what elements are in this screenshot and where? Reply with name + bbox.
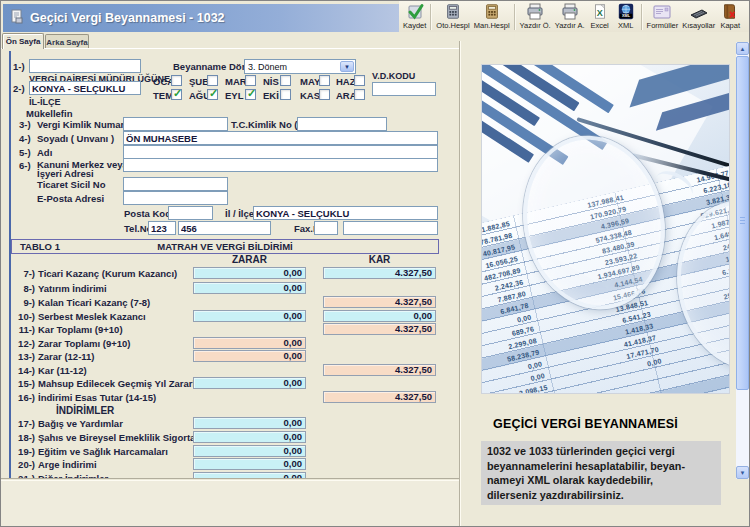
district-label: İl / İlçe: [225, 208, 254, 219]
table-row: 9-) Kalan Ticari Kazanç (7-8) 4.327,50: [1, 296, 457, 309]
deductions-section-title: İNDİRİMLER: [56, 405, 114, 416]
calculator-icon: [444, 3, 462, 20]
month-checkbox-mar[interactable]: [245, 75, 256, 86]
kar-value-field: 4.327,50: [323, 364, 436, 376]
zarar-value-field: 0,00: [193, 350, 306, 362]
tax-office-input[interactable]: [29, 59, 141, 73]
scrollbar-thumb[interactable]: [736, 56, 749, 390]
scroll-up-icon[interactable]: ▲: [736, 42, 749, 55]
deduction-value-field[interactable]: 0,00: [193, 472, 306, 479]
month-checkbox-oca[interactable]: [171, 75, 182, 86]
month-label: MAR: [225, 76, 247, 87]
xml-globe-icon: XML: [617, 3, 635, 20]
month-checkbox-haz[interactable]: [354, 75, 365, 86]
table-row: 21-) Diğer İndirimler 0,00: [1, 472, 457, 479]
close-button[interactable]: Kapat: [717, 2, 743, 32]
vertical-scrollbar[interactable]: ▲ ▼: [736, 42, 749, 479]
field-2-number: 2-): [13, 83, 25, 94]
table-row: 8-) Yatırım İndirimi 0,00: [1, 282, 457, 295]
address-input[interactable]: [123, 158, 438, 172]
deduction-value-field[interactable]: 0,00: [193, 431, 306, 443]
month-checkbox-sub[interactable]: [207, 75, 218, 86]
excel-icon: X: [591, 3, 609, 20]
month-checkbox-agu[interactable]: [207, 89, 218, 100]
phone-area-input[interactable]: [148, 221, 176, 235]
xml-export-button[interactable]: XML XML: [613, 2, 639, 32]
name-input[interactable]: [123, 145, 438, 159]
phone-number-input[interactable]: [178, 221, 271, 235]
deduction-value-field[interactable]: 0,00: [193, 458, 306, 470]
month-label: HAZ: [336, 76, 356, 87]
form-panel: 1-) VERGİ DAİRESİ MÜDÜRLÜĞÜNE 2-) İL-İLÇ…: [1, 48, 459, 479]
zarar-value-field[interactable]: 0,00: [193, 267, 306, 279]
table-row: 10-) Serbest Meslek Kazancı 0,00 0,00: [1, 310, 457, 323]
table-row: 15-) Mahsup Edilecek Geçmiş Yıl Zararlar…: [1, 377, 457, 390]
tab-back-page[interactable]: Arka Sayfa: [45, 34, 89, 49]
surname-label: Soyadı ( Unvanı ): [37, 133, 114, 144]
tab-front-page[interactable]: Ön Sayfa: [2, 33, 44, 49]
zarar-value-field: 0,00: [193, 337, 306, 349]
excel-export-button[interactable]: X Excel: [587, 2, 613, 32]
print-button[interactable]: Yazdır A.: [553, 2, 587, 32]
kar-value-field: 4.327,50: [323, 323, 436, 335]
svg-text:X: X: [596, 8, 602, 18]
month-checkbox-eyl[interactable]: [245, 89, 256, 100]
save-button[interactable]: Kaydet: [401, 2, 428, 32]
kar-value-field: 4.327,50: [323, 391, 436, 403]
period-dropdown[interactable]: 3. Dönem ▼: [244, 59, 356, 74]
toolbar-separator: [430, 4, 432, 30]
fax-area-input[interactable]: [314, 221, 338, 235]
month-checkbox-tem[interactable]: [171, 89, 182, 100]
month-label: NİS: [263, 76, 279, 87]
table-row: 19-) Eğitim ve Sağlık Harcamaları 0,00: [1, 445, 457, 458]
row-number: 6-): [19, 160, 31, 171]
month-checkbox-may[interactable]: [319, 75, 330, 86]
name-label: Adı: [37, 147, 52, 158]
toolbar: Kaydet Oto.Hespl Man.Hespl Yazdır Ö.: [399, 1, 749, 32]
fax-number-input[interactable]: [343, 221, 438, 235]
postal-code-input[interactable]: [168, 206, 213, 220]
surname-input[interactable]: [123, 131, 438, 145]
vd-code-input[interactable]: [372, 82, 436, 96]
toolbar-separator: [514, 4, 516, 30]
shortcuts-button[interactable]: Kısayollar: [680, 2, 717, 32]
deduction-value-field[interactable]: 0,00: [193, 445, 306, 457]
print-preview-button[interactable]: Yazdır Ö.: [518, 2, 553, 32]
scroll-down-icon[interactable]: ▼: [736, 466, 749, 479]
district-input[interactable]: [253, 206, 438, 220]
month-checkbox-kas[interactable]: [319, 89, 330, 100]
tc-id-input[interactable]: [297, 117, 387, 131]
zarar-value-field[interactable]: 0,00: [193, 282, 306, 294]
month-checkbox-ara[interactable]: [354, 89, 365, 100]
email-input[interactable]: [123, 191, 228, 205]
deduction-value-field[interactable]: 0,00: [193, 417, 306, 429]
month-label: EKİ: [263, 90, 279, 101]
trade-registry-input[interactable]: [123, 177, 228, 191]
zarar-value-field[interactable]: 0,00: [193, 377, 306, 389]
close-book-icon: [721, 3, 739, 20]
auto-calculate-button[interactable]: Oto.Hespl: [434, 2, 471, 32]
tax-id-input[interactable]: [123, 117, 228, 131]
printer-icon: [560, 3, 580, 20]
month-checkbox-nis[interactable]: [280, 75, 291, 86]
kar-value-field[interactable]: 0,00: [323, 310, 436, 322]
window-title: Geçici Vergi Beyannamesi - 1032: [30, 11, 225, 25]
zarar-value-field[interactable]: 0,00: [193, 310, 306, 322]
finance-photo-illustration: 1.882,85 278.781,98 40.817,95 16.056,25 …: [482, 65, 729, 393]
province-district-input[interactable]: [29, 81, 141, 95]
kar-value-field: 4.327,50: [323, 296, 436, 308]
trade-registry-label: Ticaret Sicil No: [37, 179, 105, 190]
frame-accent-line: [9, 51, 11, 478]
manual-calculate-button[interactable]: Man.Hespl: [472, 2, 512, 32]
toolbar-separator: [641, 4, 643, 30]
month-label: KAS: [300, 90, 320, 101]
month-checkbox-eki[interactable]: [280, 89, 291, 100]
save-check-icon: [405, 3, 425, 20]
forms-button[interactable]: Formüller: [645, 2, 681, 32]
bottom-strip: [1, 480, 459, 527]
table-row: 18-) Şahıs ve Bireysel Emeklilik Sigorta…: [1, 431, 457, 444]
kar-value-field[interactable]: 4.327,50: [323, 267, 436, 279]
chevron-down-icon[interactable]: ▼: [340, 61, 354, 72]
province-district-label: İL-İLÇE: [29, 97, 61, 107]
form-document-icon: [10, 9, 24, 28]
